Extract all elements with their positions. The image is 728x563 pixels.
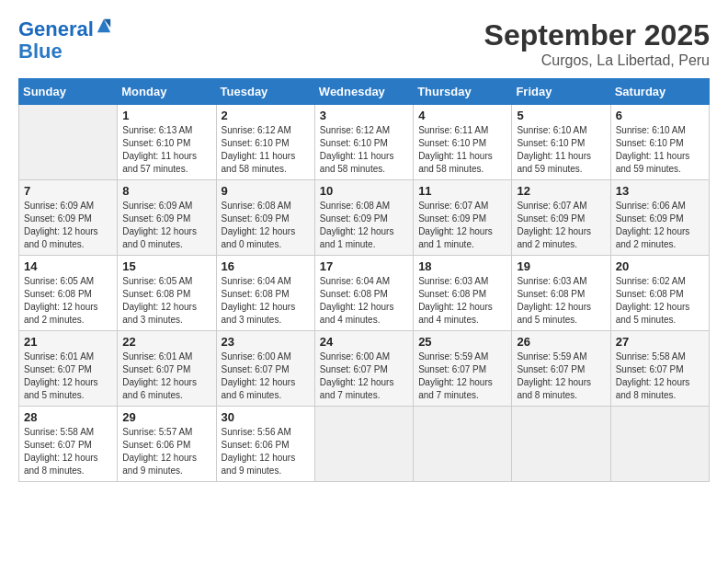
day-number: 29 — [122, 410, 210, 424]
day-info: Sunrise: 6:05 AM Sunset: 6:08 PM Dayligh… — [122, 275, 210, 327]
calendar-cell: 11Sunrise: 6:07 AM Sunset: 6:09 PM Dayli… — [414, 180, 512, 256]
calendar-cell — [610, 407, 709, 482]
day-info: Sunrise: 6:05 AM Sunset: 6:08 PM Dayligh… — [24, 275, 112, 327]
calendar-cell: 7Sunrise: 6:09 AM Sunset: 6:09 PM Daylig… — [19, 180, 118, 256]
title-block: September 2025 Curgos, La Libertad, Peru — [484, 18, 710, 69]
day-info: Sunrise: 6:03 AM Sunset: 6:08 PM Dayligh… — [517, 275, 605, 327]
calendar-cell: 10Sunrise: 6:08 AM Sunset: 6:09 PM Dayli… — [314, 180, 413, 256]
calendar-cell — [19, 105, 118, 180]
calendar-cell: 4Sunrise: 6:11 AM Sunset: 6:10 PM Daylig… — [414, 105, 512, 180]
calendar-cell: 17Sunrise: 6:04 AM Sunset: 6:08 PM Dayli… — [314, 256, 413, 331]
subtitle: Curgos, La Libertad, Peru — [484, 52, 710, 69]
day-number: 1 — [122, 109, 210, 122]
day-number: 15 — [122, 259, 210, 273]
month-title: September 2025 — [484, 18, 710, 52]
calendar-cell: 22Sunrise: 6:01 AM Sunset: 6:07 PM Dayli… — [118, 331, 216, 407]
day-number: 11 — [418, 184, 506, 198]
day-info: Sunrise: 5:57 AM Sunset: 6:06 PM Dayligh… — [122, 426, 210, 477]
calendar-cell — [314, 407, 413, 482]
day-number: 26 — [517, 335, 605, 349]
day-info: Sunrise: 6:00 AM Sunset: 6:07 PM Dayligh… — [320, 350, 408, 402]
day-info: Sunrise: 6:10 AM Sunset: 6:10 PM Dayligh… — [517, 124, 605, 176]
day-number: 5 — [517, 109, 605, 122]
calendar-cell: 9Sunrise: 6:08 AM Sunset: 6:09 PM Daylig… — [216, 180, 314, 256]
day-number: 9 — [222, 184, 310, 198]
day-info: Sunrise: 6:04 AM Sunset: 6:08 PM Dayligh… — [320, 275, 408, 327]
calendar-cell: 19Sunrise: 6:03 AM Sunset: 6:08 PM Dayli… — [512, 256, 610, 331]
calendar-cell: 24Sunrise: 6:00 AM Sunset: 6:07 PM Dayli… — [314, 331, 413, 407]
calendar-cell: 8Sunrise: 6:09 AM Sunset: 6:09 PM Daylig… — [118, 180, 216, 256]
calendar-cell: 23Sunrise: 6:00 AM Sunset: 6:07 PM Dayli… — [216, 331, 314, 407]
day-info: Sunrise: 6:12 AM Sunset: 6:10 PM Dayligh… — [320, 124, 408, 176]
day-number: 8 — [122, 184, 210, 198]
day-number: 14 — [24, 259, 112, 273]
day-number: 7 — [24, 184, 112, 198]
day-number: 6 — [616, 109, 704, 122]
day-number: 4 — [418, 109, 506, 122]
logo: General Blue — [18, 18, 112, 63]
col-header-wednesday: Wednesday — [314, 79, 413, 105]
day-info: Sunrise: 5:59 AM Sunset: 6:07 PM Dayligh… — [517, 350, 605, 402]
col-header-thursday: Thursday — [414, 79, 512, 105]
day-info: Sunrise: 6:08 AM Sunset: 6:09 PM Dayligh… — [320, 200, 408, 251]
day-number: 27 — [616, 335, 704, 349]
day-number: 19 — [517, 259, 605, 273]
calendar-cell: 25Sunrise: 5:59 AM Sunset: 6:07 PM Dayli… — [414, 331, 512, 407]
day-number: 10 — [320, 184, 408, 198]
calendar-cell: 14Sunrise: 6:05 AM Sunset: 6:08 PM Dayli… — [19, 256, 118, 331]
day-number: 16 — [222, 259, 310, 273]
logo-icon — [96, 17, 112, 34]
day-info: Sunrise: 6:11 AM Sunset: 6:10 PM Dayligh… — [418, 124, 506, 176]
day-info: Sunrise: 6:01 AM Sunset: 6:07 PM Dayligh… — [24, 350, 112, 402]
col-header-sunday: Sunday — [19, 79, 118, 105]
col-header-tuesday: Tuesday — [216, 79, 314, 105]
calendar-cell: 20Sunrise: 6:02 AM Sunset: 6:08 PM Dayli… — [610, 256, 709, 331]
calendar-cell — [414, 407, 512, 482]
day-info: Sunrise: 6:06 AM Sunset: 6:09 PM Dayligh… — [616, 200, 704, 251]
day-number: 2 — [222, 109, 310, 122]
day-info: Sunrise: 6:09 AM Sunset: 6:09 PM Dayligh… — [122, 200, 210, 251]
day-info: Sunrise: 5:58 AM Sunset: 6:07 PM Dayligh… — [24, 426, 112, 477]
day-info: Sunrise: 5:56 AM Sunset: 6:06 PM Dayligh… — [222, 426, 310, 477]
calendar-cell: 6Sunrise: 6:10 AM Sunset: 6:10 PM Daylig… — [610, 105, 709, 180]
day-info: Sunrise: 6:07 AM Sunset: 6:09 PM Dayligh… — [418, 200, 506, 251]
day-info: Sunrise: 5:58 AM Sunset: 6:07 PM Dayligh… — [616, 350, 704, 402]
day-number: 3 — [320, 109, 408, 122]
calendar-cell: 26Sunrise: 5:59 AM Sunset: 6:07 PM Dayli… — [512, 331, 610, 407]
day-info: Sunrise: 5:59 AM Sunset: 6:07 PM Dayligh… — [418, 350, 506, 402]
calendar-table: SundayMondayTuesdayWednesdayThursdayFrid… — [18, 78, 710, 482]
calendar-cell: 28Sunrise: 5:58 AM Sunset: 6:07 PM Dayli… — [19, 407, 118, 482]
day-info: Sunrise: 6:03 AM Sunset: 6:08 PM Dayligh… — [418, 275, 506, 327]
day-number: 13 — [616, 184, 704, 198]
calendar-cell: 30Sunrise: 5:56 AM Sunset: 6:06 PM Dayli… — [216, 407, 314, 482]
day-number: 22 — [122, 335, 210, 349]
day-number: 23 — [222, 335, 310, 349]
col-header-monday: Monday — [118, 79, 216, 105]
calendar-cell: 16Sunrise: 6:04 AM Sunset: 6:08 PM Dayli… — [216, 256, 314, 331]
day-info: Sunrise: 6:01 AM Sunset: 6:07 PM Dayligh… — [122, 350, 210, 402]
col-header-saturday: Saturday — [610, 79, 709, 105]
col-header-friday: Friday — [512, 79, 610, 105]
day-number: 28 — [24, 410, 112, 424]
day-info: Sunrise: 6:07 AM Sunset: 6:09 PM Dayligh… — [517, 200, 605, 251]
day-number: 12 — [517, 184, 605, 198]
day-info: Sunrise: 6:02 AM Sunset: 6:08 PM Dayligh… — [616, 275, 704, 327]
calendar-cell: 3Sunrise: 6:12 AM Sunset: 6:10 PM Daylig… — [314, 105, 413, 180]
day-number: 17 — [320, 259, 408, 273]
day-info: Sunrise: 6:09 AM Sunset: 6:09 PM Dayligh… — [24, 200, 112, 251]
day-number: 20 — [616, 259, 704, 273]
day-info: Sunrise: 6:10 AM Sunset: 6:10 PM Dayligh… — [616, 124, 704, 176]
day-info: Sunrise: 6:13 AM Sunset: 6:10 PM Dayligh… — [122, 124, 210, 176]
calendar-cell: 2Sunrise: 6:12 AM Sunset: 6:10 PM Daylig… — [216, 105, 314, 180]
day-number: 21 — [24, 335, 112, 349]
day-info: Sunrise: 6:08 AM Sunset: 6:09 PM Dayligh… — [222, 200, 310, 251]
calendar-cell: 1Sunrise: 6:13 AM Sunset: 6:10 PM Daylig… — [118, 105, 216, 180]
calendar-cell: 21Sunrise: 6:01 AM Sunset: 6:07 PM Dayli… — [19, 331, 118, 407]
calendar-cell: 12Sunrise: 6:07 AM Sunset: 6:09 PM Dayli… — [512, 180, 610, 256]
calendar-cell: 15Sunrise: 6:05 AM Sunset: 6:08 PM Dayli… — [118, 256, 216, 331]
calendar-cell: 13Sunrise: 6:06 AM Sunset: 6:09 PM Dayli… — [610, 180, 709, 256]
calendar-cell — [512, 407, 610, 482]
calendar-cell: 29Sunrise: 5:57 AM Sunset: 6:06 PM Dayli… — [118, 407, 216, 482]
calendar-cell: 18Sunrise: 6:03 AM Sunset: 6:08 PM Dayli… — [414, 256, 512, 331]
day-info: Sunrise: 6:12 AM Sunset: 6:10 PM Dayligh… — [222, 124, 310, 176]
